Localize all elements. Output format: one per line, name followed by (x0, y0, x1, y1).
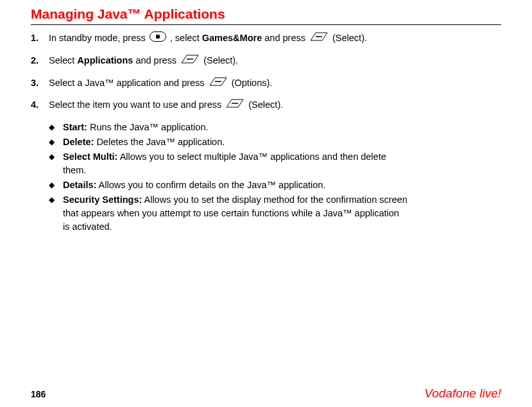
text: In standby mode, press (49, 33, 148, 43)
text: , select (170, 33, 202, 43)
step-4: 4. Select the item you want to use and p… (31, 98, 501, 113)
page-title: Managing Java™ Applications (31, 6, 501, 25)
step-number: 1. (31, 31, 49, 46)
text: (Select). (203, 55, 238, 65)
option-label: Details: (63, 180, 96, 190)
step-3: 3. Select a Java™ application and press … (31, 76, 501, 91)
diamond-bullet-icon: ◆ (49, 150, 63, 162)
step-body: Select the item you want to use and pres… (49, 98, 501, 113)
text: Select the item you want to use and pres… (49, 100, 224, 110)
diamond-bullet-icon: ◆ (49, 121, 63, 133)
step-1: 1. In standby mode, press , select Games… (31, 31, 501, 46)
option-start: ◆ Start: Runs the Java™ application. (49, 121, 408, 134)
option-body: Select Multi: Allows you to select multi… (63, 150, 408, 177)
text: and press (135, 55, 179, 65)
option-text: Runs the Java™ application. (87, 122, 209, 132)
menu-name: Games&More (202, 33, 262, 43)
step-body: In standby mode, press , select Games&Mo… (49, 31, 501, 46)
page-number: 186 (31, 389, 46, 399)
option-select-multi: ◆ Select Multi: Allows you to select mul… (49, 150, 408, 177)
step-body: Select a Java™ application and press (Op… (49, 76, 501, 91)
page-footer: 186 Vodafone live! (31, 386, 501, 401)
diamond-bullet-icon: ◆ (49, 178, 63, 191)
option-label: Security Settings: (63, 195, 142, 205)
diamond-bullet-icon: ◆ (49, 193, 63, 205)
option-label: Select Multi: (63, 152, 117, 162)
softkey-icon (209, 76, 228, 91)
option-text: Deletes the Java™ application. (94, 137, 225, 147)
text: and press (264, 33, 308, 43)
step-list: 1. In standby mode, press , select Games… (31, 31, 501, 113)
option-body: Security Settings: Allows you to set the… (63, 193, 408, 234)
step-number: 4. (31, 98, 49, 112)
option-delete: ◆ Delete: Deletes the Java™ application. (49, 135, 408, 149)
option-body: Details: Allows you to confirm details o… (63, 178, 408, 192)
svg-rect-1 (156, 35, 160, 39)
document-page: Managing Java™ Applications 1. In standb… (0, 0, 532, 407)
softkey-icon (309, 31, 329, 46)
softkey-icon (225, 98, 245, 113)
option-security-settings: ◆ Security Settings: Allows you to set t… (49, 193, 408, 234)
option-body: Start: Runs the Java™ application. (63, 121, 408, 134)
text: (Select). (332, 33, 367, 43)
step-2: 2. Select Applications and press (Select… (31, 54, 501, 69)
text: (Select). (248, 100, 283, 110)
option-details: ◆ Details: Allows you to confirm details… (49, 178, 408, 192)
text: (Options). (232, 78, 273, 88)
step-number: 3. (31, 76, 49, 91)
option-text: Allows you to confirm details on the Jav… (96, 180, 325, 190)
menu-name: Applications (77, 55, 133, 65)
option-body: Delete: Deletes the Java™ application. (63, 135, 408, 149)
text: Select (49, 55, 77, 65)
softkey-icon (180, 54, 200, 69)
option-list: ◆ Start: Runs the Java™ application. ◆ D… (49, 121, 501, 234)
diamond-bullet-icon: ◆ (49, 135, 63, 148)
center-key-icon (150, 31, 166, 46)
step-number: 2. (31, 54, 49, 68)
step-body: Select Applications and press (Select). (49, 54, 501, 69)
footer-brand: Vodafone live! (424, 386, 501, 401)
option-label: Delete: (63, 137, 94, 147)
text: Select a Java™ application and press (49, 78, 207, 88)
option-label: Start: (63, 122, 87, 132)
